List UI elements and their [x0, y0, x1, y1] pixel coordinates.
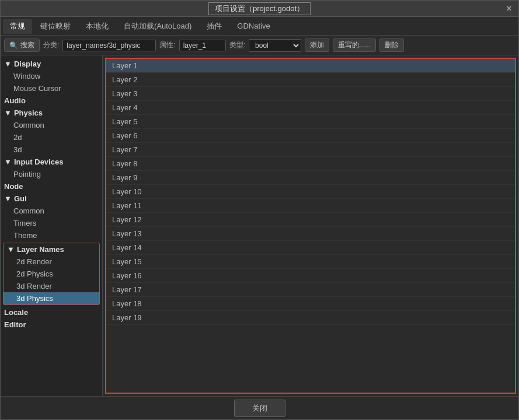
dialog-title: 项目设置（project.godot） — [208, 2, 311, 15]
layer-row-8[interactable]: Layer 8 — [106, 157, 515, 171]
delete-button[interactable]: 删除 — [379, 38, 404, 52]
layer-name-10: Layer 10 — [112, 187, 509, 196]
layer-names-arrow: ▼ — [7, 245, 15, 254]
sidebar-item-audio[interactable]: Audio — [1, 94, 102, 107]
tab-autoload[interactable]: 自动加载(AutoLoad) — [117, 19, 198, 34]
layer-row-7[interactable]: Layer 7 — [106, 143, 515, 157]
layer-name-4: Layer 4 — [112, 103, 509, 112]
layer-row-14[interactable]: Layer 14 — [106, 241, 515, 255]
layer-name-9: Layer 9 — [112, 173, 509, 182]
tab-bar: 常规 键位映射 本地化 自动加载(AutoLoad) 插件 GDNative — [1, 17, 518, 36]
content-area: ▼ Display Window Mouse Cursor Audio ▼ Ph… — [1, 55, 518, 396]
layer-row-15[interactable]: Layer 15 — [106, 255, 515, 269]
layer-name-6: Layer 6 — [112, 131, 509, 140]
sidebar-item-physics-2d[interactable]: 2d — [1, 131, 102, 144]
close-dialog-button[interactable]: 关闭 — [234, 400, 285, 417]
gui-arrow: ▼ — [4, 194, 12, 203]
layer-name-15: Layer 15 — [112, 257, 509, 266]
layers-panel: Layer 1Layer 2Layer 3Layer 4Layer 5Layer… — [105, 58, 516, 394]
search-bar: 🔍 搜索 分类: 属性: 类型: bool int float String 添… — [1, 36, 518, 55]
layer-row-2[interactable]: Layer 2 — [106, 73, 515, 87]
layer-names-section: ▼ Layer Names 2d Render 2d Physics 3d Re… — [3, 243, 100, 305]
sidebar-item-input-devices[interactable]: ▼ Input Devices — [1, 156, 102, 168]
sidebar-item-3d-physics[interactable]: 3d Physics — [4, 292, 99, 304]
category-input[interactable] — [62, 40, 156, 51]
layer-name-1: Layer 1 — [112, 61, 509, 70]
sidebar-item-physics-3d[interactable]: 3d — [1, 144, 102, 156]
search-icon: 🔍 — [9, 41, 18, 50]
layer-row-11[interactable]: Layer 11 — [106, 199, 515, 213]
sidebar-item-2d-render[interactable]: 2d Render — [4, 256, 99, 268]
layer-name-5: Layer 5 — [112, 117, 509, 126]
layer-row-13[interactable]: Layer 13 — [106, 227, 515, 241]
project-settings-dialog: 项目设置（project.godot） × 常规 键位映射 本地化 自动加载(A… — [0, 0, 519, 420]
layer-row-3[interactable]: Layer 3 — [106, 87, 515, 101]
layer-row-16[interactable]: Layer 16 — [106, 269, 515, 283]
property-input[interactable] — [179, 40, 226, 51]
layer-name-3: Layer 3 — [112, 89, 509, 98]
layer-name-7: Layer 7 — [112, 145, 509, 154]
tab-plugins[interactable]: 插件 — [200, 19, 229, 34]
sidebar-item-3d-render[interactable]: 3d Render — [4, 280, 99, 292]
layer-name-13: Layer 13 — [112, 229, 509, 238]
sidebar-item-theme[interactable]: Theme — [1, 229, 102, 242]
sidebar-item-locale[interactable]: Locale — [1, 306, 102, 318]
sidebar-item-timers[interactable]: Timers — [1, 217, 102, 229]
layer-row-10[interactable]: Layer 10 — [106, 185, 515, 199]
layer-row-5[interactable]: Layer 5 — [106, 115, 515, 129]
type-label: 类型: — [229, 40, 245, 50]
sidebar-item-mouse-cursor[interactable]: Mouse Cursor — [1, 82, 102, 94]
layer-name-16: Layer 16 — [112, 271, 509, 280]
sidebar-item-node[interactable]: Node — [1, 180, 102, 192]
sidebar-item-physics[interactable]: ▼ Physics — [1, 107, 102, 119]
sidebar-item-display[interactable]: ▼ Display — [1, 58, 102, 70]
tab-localization[interactable]: 本地化 — [79, 19, 116, 34]
sidebar-item-gui-common[interactable]: Common — [1, 205, 102, 217]
layer-row-18[interactable]: Layer 18 — [106, 297, 515, 311]
sidebar: ▼ Display Window Mouse Cursor Audio ▼ Ph… — [1, 55, 103, 396]
layer-row-17[interactable]: Layer 17 — [106, 283, 515, 297]
layer-row-12[interactable]: Layer 12 — [106, 213, 515, 227]
sidebar-item-gui[interactable]: ▼ Gui — [1, 192, 102, 205]
layer-name-2: Layer 2 — [112, 75, 509, 84]
layer-row-9[interactable]: Layer 9 — [106, 171, 515, 185]
category-label: 分类: — [43, 40, 59, 50]
sidebar-item-layer-names[interactable]: ▼ Layer Names — [4, 243, 99, 256]
sidebar-item-pointing[interactable]: Pointing — [1, 168, 102, 180]
title-bar: 项目设置（project.godot） × — [1, 1, 518, 17]
display-arrow: ▼ — [4, 60, 12, 68]
layer-name-8: Layer 8 — [112, 159, 509, 168]
layer-name-11: Layer 11 — [112, 201, 509, 210]
physics-arrow: ▼ — [4, 108, 12, 117]
layer-name-18: Layer 18 — [112, 299, 509, 308]
layer-name-19: Layer 19 — [112, 313, 509, 322]
layer-row-1[interactable]: Layer 1 — [106, 59, 515, 73]
sidebar-item-window[interactable]: Window — [1, 70, 102, 82]
input-devices-arrow: ▼ — [4, 158, 12, 166]
tab-keymapping[interactable]: 键位映射 — [33, 19, 78, 34]
layer-row-19[interactable]: Layer 19 — [106, 311, 515, 325]
override-button[interactable]: 重写的...... — [333, 38, 376, 52]
layer-row-6[interactable]: Layer 6 — [106, 129, 515, 143]
tab-general[interactable]: 常规 — [3, 19, 32, 34]
footer: 关闭 — [1, 396, 518, 419]
layer-row-4[interactable]: Layer 4 — [106, 101, 515, 115]
search-button[interactable]: 🔍 搜索 — [4, 38, 40, 52]
sidebar-item-editor[interactable]: Editor — [1, 318, 102, 331]
layer-name-14: Layer 14 — [112, 243, 509, 252]
search-label: 搜索 — [20, 40, 34, 50]
type-select[interactable]: bool int float String — [249, 39, 301, 52]
property-label: 属性: — [159, 40, 175, 50]
tab-gdnative[interactable]: GDNative — [230, 19, 277, 33]
sidebar-item-physics-common[interactable]: Common — [1, 119, 102, 131]
window-close-button[interactable]: × — [503, 3, 515, 15]
layer-name-12: Layer 12 — [112, 215, 509, 224]
add-button[interactable]: 添加 — [305, 38, 329, 52]
sidebar-item-2d-physics[interactable]: 2d Physics — [4, 268, 99, 280]
layer-name-17: Layer 17 — [112, 285, 509, 294]
